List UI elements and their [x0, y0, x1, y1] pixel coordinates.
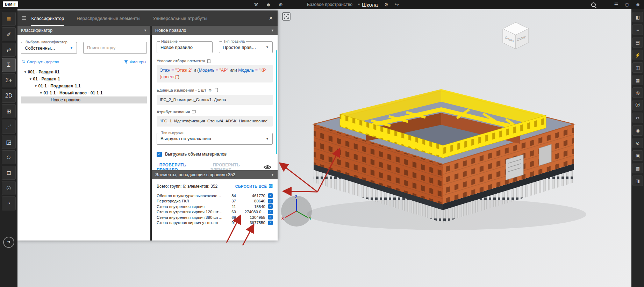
- materials-checkbox[interactable]: ✓: [157, 152, 162, 157]
- copy-icon[interactable]: [207, 59, 211, 63]
- plugins-icon[interactable]: ◲: [2, 135, 16, 149]
- share-icon[interactable]: ↪: [395, 2, 399, 7]
- copy-icon[interactable]: [214, 88, 218, 92]
- classifier-section-header[interactable]: Классификатор ▼: [17, 26, 150, 35]
- caret-down-icon[interactable]: ▾: [24, 70, 26, 74]
- classifier-select[interactable]: Выбрать классификатор Собственны… ▼: [21, 42, 77, 54]
- check-rule-button[interactable]: ПРОВЕРИТЬ ПРАВИЛО: [157, 163, 205, 170]
- element-row[interactable]: Стена внутренняя кирпич1115540✓: [157, 204, 273, 209]
- account-icon[interactable]: ☻: [635, 2, 641, 7]
- structure-tree-icon[interactable]: ≣: [2, 12, 16, 26]
- navigation-cube[interactable]: Слева Сзади: [496, 18, 536, 52]
- row-checkbox[interactable]: ✓: [268, 215, 273, 220]
- export-type-select[interactable]: Тип выгрузки Выгрузка по умолчанию ▼: [157, 133, 273, 145]
- collapse-tree-button[interactable]: ⇅ Свернуть дерево: [22, 59, 59, 64]
- magnet-icon[interactable]: ⚡: [632, 50, 643, 60]
- type-field-value: Простое прав…: [223, 45, 256, 50]
- rule-name-input[interactable]: Название Новое правило: [157, 41, 213, 53]
- application-window: Слева Сзади Z X Y BiMiT ⚒ ☻ ⊕ Базовое пр…: [0, 0, 644, 287]
- shared-folder-icon[interactable]: ⊟: [2, 166, 16, 180]
- links-icon[interactable]: ⇄: [2, 43, 16, 57]
- attribute-value[interactable]: 'IFC_1_Идентификация_Стены/4. ADSK_Наиме…: [157, 116, 273, 127]
- scrollbar-thumb[interactable]: [276, 50, 277, 154]
- tab-2[interactable]: Нераспределённые элементы: [77, 10, 140, 26]
- layers-icon[interactable]: ≡: [632, 24, 643, 35]
- isolate-icon[interactable]: ▣: [632, 150, 643, 161]
- tree-item[interactable]: ▾01-1 - Подраздел-1.1: [21, 82, 147, 89]
- unit-value[interactable]: IFC_2_Геометрия_Стены/1. Длина: [157, 95, 273, 105]
- dashboard-icon[interactable]: ◔: [2, 196, 16, 210]
- chart-icon[interactable]: ⋰: [2, 120, 16, 134]
- code-search-input[interactable]: Поиск по коду: [83, 42, 147, 54]
- material-icon[interactable]: ◨: [632, 175, 643, 186]
- panels-icon[interactable]: ▤: [632, 37, 643, 48]
- hierarchy-icon[interactable]: ⊞: [2, 104, 16, 118]
- show-icon[interactable]: ◉: [632, 125, 643, 136]
- plan-icon[interactable]: Ⓟ: [632, 100, 643, 110]
- orbit-icon[interactable]: ◧: [632, 12, 643, 22]
- element-row[interactable]: Стена наружная кирпич ут шт-шт913977550✓: [157, 220, 273, 226]
- building-model[interactable]: [301, 72, 592, 236]
- check-element-button[interactable]: ПРОВЕРИТЬ ЭЛЕМЕНТ: [210, 163, 258, 170]
- tab-1[interactable]: Классификатор: [31, 10, 64, 26]
- chevron-down-icon: ▼: [264, 45, 269, 49]
- element-row[interactable]: Перегородка ГКЛ3780640✓: [157, 199, 273, 204]
- history-icon[interactable]: ◷: [625, 2, 629, 7]
- caret-down-icon[interactable]: ▾: [40, 91, 42, 95]
- eye-icon[interactable]: [264, 165, 271, 170]
- hide-icon[interactable]: ⊘: [632, 138, 643, 148]
- element-row[interactable]: Стена внутренняя кирпич 120 шт-шт6027408…: [157, 209, 273, 215]
- classifier-icon[interactable]: Σ: [2, 58, 16, 72]
- gear-icon[interactable]: ⚙: [208, 88, 212, 93]
- caret-down-icon[interactable]: ▾: [35, 84, 37, 88]
- chevron-down-icon: ▼: [271, 29, 274, 32]
- filters-button[interactable]: Фильтры: [124, 60, 146, 64]
- path-icon[interactable]: ✐: [2, 27, 16, 41]
- row-checkbox[interactable]: ✓: [268, 210, 273, 214]
- focus-icon[interactable]: ◎: [632, 87, 643, 98]
- chevron-down-icon: ▼: [68, 46, 73, 50]
- tab-3[interactable]: Универсальные атрибуты: [153, 10, 207, 26]
- help-icon[interactable]: ?: [3, 237, 14, 248]
- condition-box[interactable]: Этаж = "Этаж 2" и (Модель = "АР" или Мод…: [157, 65, 273, 82]
- users-icon[interactable]: ☺: [2, 150, 16, 164]
- app-logo[interactable]: BiMiT: [3, 1, 18, 7]
- element-row[interactable]: Стена внутренняя кирпич 380 шт-шт6913049…: [157, 215, 273, 220]
- rule-type-select[interactable]: Тип правила Простое прав… ▼: [219, 41, 273, 53]
- workspace-globe-icon[interactable]: ⊕: [279, 2, 283, 7]
- caret-down-icon[interactable]: ▾: [30, 77, 31, 81]
- workspace-select[interactable]: Базовое пространство ▼: [307, 0, 360, 9]
- fit-view-icon[interactable]: [282, 12, 291, 21]
- users-icon[interactable]: ☻: [266, 2, 271, 7]
- grid-icon[interactable]: ▦: [632, 75, 643, 85]
- panel-toggle-icon[interactable]: ☰: [22, 15, 26, 21]
- section-icon[interactable]: ✂: [632, 113, 643, 123]
- menu-icon[interactable]: ☰: [614, 2, 618, 7]
- chevron-down-icon: ▼: [264, 137, 269, 141]
- settings-icon[interactable]: ⚙: [384, 2, 389, 7]
- copy-icon[interactable]: [192, 110, 196, 114]
- pattern-icon[interactable]: ▩: [632, 163, 643, 173]
- tree-item[interactable]: ▾01 - Раздел-1: [21, 76, 147, 82]
- rule-header-label: Новое правило: [155, 28, 186, 33]
- row-checkbox[interactable]: ✓: [268, 221, 273, 225]
- rule-section-header[interactable]: Новое правило ▼: [152, 26, 278, 35]
- user-location-icon[interactable]: ☉: [2, 181, 16, 195]
- tree-item[interactable]: ▾01-1-1 - Новый класс - 01-1-1: [21, 89, 147, 96]
- classifier-plus-icon[interactable]: Σ+: [2, 73, 16, 87]
- tree-item[interactable]: ▾001 - Раздел-01: [21, 69, 147, 76]
- 2d-view-icon[interactable]: 2D: [2, 89, 16, 103]
- element-row[interactable]: Обои по штукатурке высококачественной844…: [157, 193, 273, 199]
- close-panel-icon[interactable]: ×: [269, 15, 273, 21]
- axis-gizmo[interactable]: Z X Y: [280, 194, 313, 228]
- row-checkbox[interactable]: ✓: [268, 193, 273, 198]
- row-checkbox[interactable]: ✓: [268, 204, 273, 209]
- classifier-header-label: Классификатор: [21, 28, 52, 33]
- row-checkbox[interactable]: ✓: [268, 199, 273, 203]
- elements-section-header[interactable]: Элементы, попадающие в правило:352 ▼: [152, 170, 278, 179]
- box-icon[interactable]: ◫: [632, 62, 643, 73]
- reset-all-button[interactable]: СБРОСИТЬ ВСЁ ☒: [235, 184, 273, 189]
- tree-item[interactable]: Новое правило: [21, 96, 147, 103]
- search-icon[interactable]: [591, 2, 596, 7]
- toolbox-icon[interactable]: ⚒: [254, 2, 258, 7]
